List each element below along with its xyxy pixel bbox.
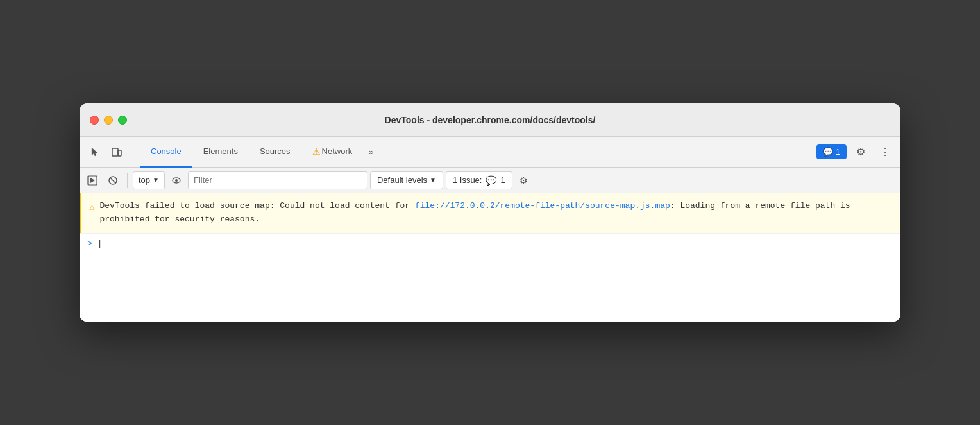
console-toolbar: top ▼ Default levels ▼ 1 Issue: 💬 1	[80, 168, 900, 193]
cursor-icon-button[interactable]	[85, 142, 105, 162]
more-options-button[interactable]: ⋮	[875, 142, 895, 162]
context-selector[interactable]: top ▼	[133, 171, 165, 189]
chat-icon: 💬	[823, 147, 833, 157]
settings-button[interactable]: ⚙	[850, 142, 871, 162]
tab-elements[interactable]: Elements	[193, 137, 248, 168]
console-content: ⚠ DevTools failed to load source map: Co…	[80, 193, 900, 322]
console-prompt: >	[87, 239, 92, 248]
levels-chevron-icon: ▼	[430, 177, 436, 184]
badge-count: 1	[836, 147, 840, 157]
chevron-down-icon: ▼	[153, 177, 159, 184]
console-settings-button[interactable]: ⚙	[515, 171, 533, 189]
tab-console[interactable]: Console	[140, 137, 192, 168]
devtools-panel: Console Elements Sources ⚠ Network »	[80, 137, 900, 322]
tab-sources[interactable]: Sources	[249, 137, 301, 168]
svg-rect-1	[118, 150, 121, 156]
issue-label: 1 Issue:	[453, 175, 482, 185]
toolbar-icons	[85, 142, 135, 162]
tab-bar: Console Elements Sources ⚠ Network »	[80, 137, 900, 168]
clear-icon-button[interactable]	[104, 171, 122, 189]
console-gear-icon: ⚙	[520, 175, 528, 186]
issue-chat-icon: 💬	[486, 175, 496, 186]
warning-message: ⚠ DevTools failed to load source map: Co…	[80, 193, 900, 233]
svg-line-5	[110, 177, 116, 183]
issue-count: 1	[500, 175, 505, 185]
warning-message-text: DevTools failed to load source map: Coul…	[99, 200, 893, 227]
window-title: DevTools - developer.chrome.com/docs/dev…	[385, 115, 596, 125]
console-input-row: > |	[80, 233, 900, 254]
minimize-button[interactable]	[104, 116, 113, 125]
warning-text-before: DevTools failed to load source map: Coul…	[99, 201, 414, 211]
svg-rect-0	[112, 148, 118, 156]
title-bar: DevTools - developer.chrome.com/docs/dev…	[80, 103, 900, 137]
device-icon-button[interactable]	[106, 142, 127, 162]
tab-right-controls: 💬 1 ⚙ ⋮	[816, 142, 895, 162]
tabs-container: Console Elements Sources ⚠ Network »	[140, 137, 816, 168]
maximize-button[interactable]	[118, 116, 127, 125]
tab-network[interactable]: ⚠ Network	[302, 137, 363, 168]
chat-badge-button[interactable]: 💬 1	[816, 144, 847, 159]
filter-input[interactable]	[188, 171, 368, 189]
default-levels-selector[interactable]: Default levels ▼	[370, 171, 443, 189]
warning-link[interactable]: file://172.0.0.2/remote-file-path/source…	[415, 201, 670, 211]
gear-icon: ⚙	[856, 146, 865, 158]
network-warning-icon: ⚠	[312, 146, 321, 157]
tab-more-button[interactable]: »	[364, 137, 378, 168]
issue-badge-button[interactable]: 1 Issue: 💬 1	[446, 171, 512, 189]
run-icon-button[interactable]	[83, 171, 101, 189]
levels-label: Default levels	[377, 175, 427, 185]
close-button[interactable]	[90, 116, 99, 125]
svg-point-7	[175, 179, 178, 182]
traffic-lights	[90, 116, 127, 125]
warning-triangle-icon: ⚠	[89, 200, 94, 214]
console-cursor[interactable]: |	[97, 239, 103, 248]
ellipsis-icon: ⋮	[880, 146, 890, 158]
context-label: top	[139, 175, 150, 185]
svg-marker-3	[90, 178, 95, 183]
devtools-window: DevTools - developer.chrome.com/docs/dev…	[80, 103, 900, 322]
eye-icon-button[interactable]	[167, 171, 185, 189]
divider	[127, 173, 128, 188]
